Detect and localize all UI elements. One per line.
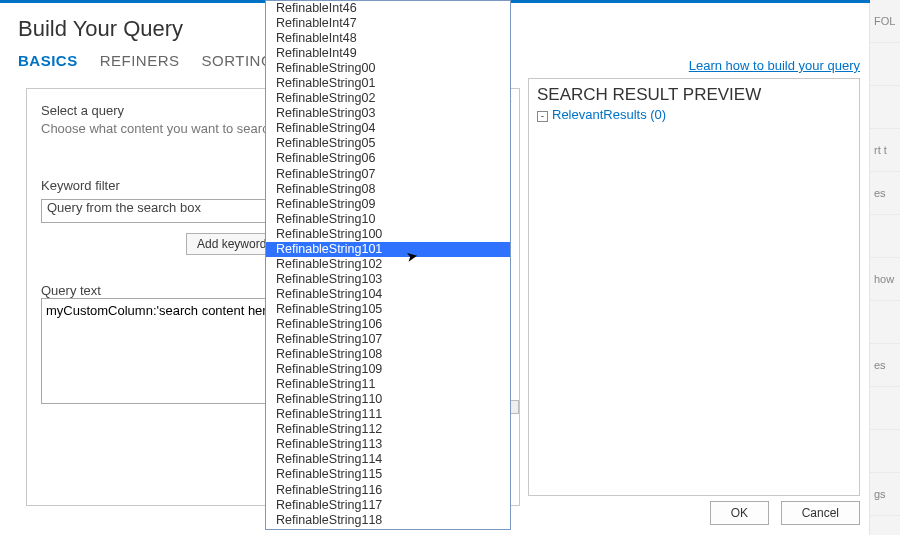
preview-tree[interactable]: -RelevantResults (0) (529, 107, 859, 122)
dropdown-item[interactable]: RefinableString103 (266, 272, 510, 287)
dropdown-item[interactable]: RefinableString105 (266, 302, 510, 317)
dropdown-item[interactable]: RefinableString110 (266, 392, 510, 407)
dropdown-item[interactable]: RefinableString100 (266, 227, 510, 242)
background-row: how (870, 258, 900, 301)
dropdown-item[interactable]: RefinableString115 (266, 467, 510, 482)
keyword-filter-select[interactable]: Query from the search box ▲▼ (41, 199, 278, 223)
background-row (870, 430, 900, 473)
tab-sorting[interactable]: SORTING (202, 52, 274, 69)
dropdown-item[interactable]: RefinableString01 (266, 76, 510, 91)
property-filter-dropdown[interactable]: RefinableInt46RefinableInt47RefinableInt… (265, 0, 511, 530)
dropdown-item[interactable]: RefinableString04 (266, 121, 510, 136)
dropdown-item[interactable]: RefinableString101 (266, 242, 510, 257)
dropdown-item[interactable]: RefinableString07 (266, 167, 510, 182)
dropdown-item[interactable]: RefinableString112 (266, 422, 510, 437)
dropdown-item[interactable]: RefinableInt46 (266, 1, 510, 16)
dropdown-item[interactable]: RefinableString108 (266, 347, 510, 362)
dropdown-item[interactable]: RefinableString03 (266, 106, 510, 121)
dropdown-item[interactable]: RefinableString106 (266, 317, 510, 332)
dropdown-item[interactable]: RefinableString111 (266, 407, 510, 422)
dropdown-item[interactable]: RefinableString11 (266, 377, 510, 392)
background-row: gs (870, 473, 900, 516)
dropdown-item[interactable]: RefinableInt48 (266, 31, 510, 46)
background-sidebar: FOLrt teshowesgs (869, 0, 900, 535)
background-row (870, 301, 900, 344)
dropdown-item[interactable]: RefinableString113 (266, 437, 510, 452)
background-row (870, 516, 900, 535)
dropdown-item[interactable]: RefinableString104 (266, 287, 510, 302)
dropdown-item[interactable]: RefinableString109 (266, 362, 510, 377)
learn-link[interactable]: Learn how to build your query (689, 58, 860, 73)
preview-title: SEARCH RESULT PREVIEW (537, 85, 859, 105)
dropdown-item[interactable]: RefinableString116 (266, 483, 510, 498)
background-row: es (870, 172, 900, 215)
background-row: FOL (870, 0, 900, 43)
cancel-button[interactable]: Cancel (781, 501, 860, 525)
tab-basics[interactable]: BASICS (18, 52, 78, 69)
tree-root-label: RelevantResults (0) (552, 107, 666, 122)
keyword-filter-value: Query from the search box (47, 200, 201, 215)
background-row (870, 43, 900, 86)
mouse-cursor-icon: ➤ (405, 247, 420, 265)
background-row (870, 86, 900, 129)
dropdown-item[interactable]: RefinableString08 (266, 182, 510, 197)
tab-refiners[interactable]: REFINERS (100, 52, 180, 69)
dropdown-item[interactable]: RefinableString00 (266, 61, 510, 76)
dialog-footer: OK Cancel (702, 501, 860, 525)
dropdown-item[interactable]: RefinableString02 (266, 91, 510, 106)
dropdown-item[interactable]: RefinableString107 (266, 332, 510, 347)
dropdown-item[interactable]: RefinableString118 (266, 513, 510, 528)
dropdown-item[interactable]: RefinableString102 (266, 257, 510, 272)
dropdown-item[interactable]: RefinableString09 (266, 197, 510, 212)
background-row (870, 215, 900, 258)
dropdown-item[interactable]: RefinableString05 (266, 136, 510, 151)
dropdown-item[interactable]: RefinableInt47 (266, 16, 510, 31)
background-row: es (870, 344, 900, 387)
dropdown-item[interactable]: RefinableString119 (266, 528, 510, 530)
search-result-preview-panel: SEARCH RESULT PREVIEW -RelevantResults (… (528, 78, 860, 496)
dropdown-item[interactable]: RefinableString114 (266, 452, 510, 467)
ok-button[interactable]: OK (710, 501, 769, 525)
background-row: rt t (870, 129, 900, 172)
tree-collapse-icon[interactable]: - (537, 111, 548, 122)
dropdown-item[interactable]: RefinableInt49 (266, 46, 510, 61)
dropdown-item[interactable]: RefinableString06 (266, 151, 510, 166)
dropdown-item[interactable]: RefinableString10 (266, 212, 510, 227)
background-row (870, 387, 900, 430)
dropdown-item[interactable]: RefinableString117 (266, 498, 510, 513)
